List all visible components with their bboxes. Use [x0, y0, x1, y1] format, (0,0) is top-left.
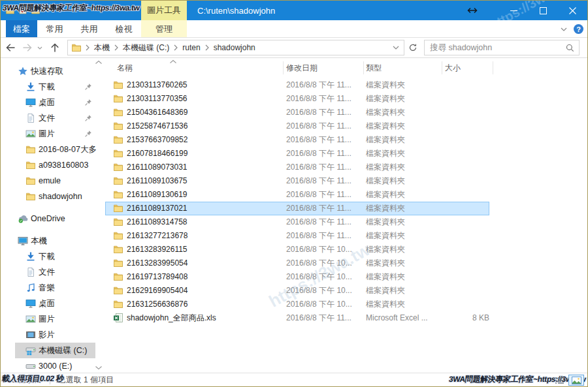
sidebar-item[interactable]: a0938160803	[1, 157, 105, 173]
sidebar-item[interactable]: 快速存取	[1, 63, 105, 79]
file-row[interactable]: 216110891306192016/8/8 下午 11...檔案資料夾	[105, 188, 489, 202]
file-name: 21613283995054	[127, 256, 188, 270]
qat-properties-icon[interactable]	[19, 7, 27, 14]
qat-folder-icon[interactable]	[6, 7, 14, 14]
sidebar-item[interactable]: 文件	[1, 110, 105, 126]
file-name: 21613277213678	[127, 229, 188, 243]
file-name: 21607818466199	[127, 147, 188, 161]
column-header-name[interactable]: 名稱	[117, 59, 133, 76]
folder-icon	[25, 160, 39, 170]
search-input[interactable]	[425, 40, 579, 55]
minimize-button[interactable]	[499, 1, 529, 20]
address-dropdown-chevron-icon[interactable]	[389, 46, 402, 50]
column-divider[interactable]	[493, 61, 493, 74]
breadcrumb-item[interactable]: 本機磁碟 (C:)	[121, 41, 171, 55]
chevron-right-icon	[203, 44, 212, 51]
picture-tools-tab[interactable]: 圖片工具	[141, 1, 187, 20]
maximize-button[interactable]	[529, 1, 558, 20]
qat-customize-chevron-icon[interactable]	[44, 8, 51, 12]
sidebar-scroll-up-icon[interactable]	[95, 60, 103, 65]
file-row[interactable]: 215043616483692016/8/8 下午 11...檔案資料夾	[105, 106, 489, 119]
sidebar-item-label: 圖片	[39, 314, 104, 325]
excel-icon	[113, 313, 123, 323]
sidebar-item[interactable]: 桌面	[1, 95, 105, 110]
file-row[interactable]: 216132839950542016/8/8 下午 10...檔案資料夾	[105, 256, 489, 270]
column-divider[interactable]	[442, 61, 442, 74]
file-row[interactable]: 216110893147582016/8/8 下午 11...檔案資料夾	[105, 215, 489, 229]
sidebar-item-label: 下載	[39, 251, 104, 262]
thumbnails-view-button[interactable]	[568, 375, 584, 386]
sidebar-item-label: 本機	[31, 236, 104, 247]
chevron-right-icon	[171, 44, 180, 51]
folder-icon	[113, 271, 123, 282]
sidebar-item[interactable]: 3000 (E:)	[1, 358, 105, 373]
file-name: 21611089073031	[127, 161, 188, 174]
file-row[interactable]: 215376637098522016/8/8 下午 11...檔案資料夾	[105, 133, 489, 147]
ribbon-collapse-chevron-icon[interactable]	[561, 27, 567, 31]
sidebar-scroll-down-icon[interactable]	[95, 365, 103, 370]
ribbon-tab-2[interactable]: 共用	[72, 20, 106, 37]
refresh-icon[interactable]	[404, 43, 421, 52]
address-bar[interactable]: 本機本機磁碟 (C:)rutenshadowjohn	[67, 40, 404, 55]
file-row[interactable]: 216197137894082016/8/8 下午 10...檔案資料夾	[105, 270, 489, 284]
column-divider[interactable]	[363, 61, 364, 74]
status-divider	[50, 376, 50, 384]
sidebar-item[interactable]: 下載	[1, 249, 105, 264]
ribbon-tab-0[interactable]: 檔案	[6, 20, 37, 37]
details-view-button[interactable]	[551, 375, 567, 386]
pictures-icon	[25, 314, 39, 324]
ribbon-tab-3[interactable]: 檢視	[106, 20, 141, 37]
ribbon-tab-1[interactable]: 常用	[37, 20, 72, 37]
file-row[interactable]: 216132772136782016/8/8 下午 11...檔案資料夾	[105, 229, 489, 243]
back-button[interactable]	[1, 42, 20, 53]
file-row[interactable]: 213031137703562016/8/8 下午 11...檔案資料夾	[105, 92, 489, 106]
file-type: 檔案資料夾	[366, 215, 405, 229]
folder-icon	[113, 176, 123, 186]
sidebar-item[interactable]: shadowjohn	[1, 189, 105, 204]
file-row[interactable]: 216078184661992016/8/8 下午 11...檔案資料夾	[105, 147, 489, 161]
column-header-type[interactable]: 類型	[366, 59, 382, 76]
sidebar-item[interactable]: emule	[1, 173, 105, 189]
help-icon[interactable]: ?	[574, 24, 583, 34]
file-row[interactable]: 216110891370212016/8/8 下午 11...檔案資料夾	[105, 202, 489, 215]
breadcrumb-item[interactable]: shadowjohn	[212, 42, 257, 54]
up-button[interactable]	[45, 42, 65, 53]
sidebar-item[interactable]: 文件	[1, 264, 105, 280]
forward-button[interactable]	[20, 42, 35, 53]
sidebar-item[interactable]: 圖片	[1, 126, 105, 142]
file-type: 檔案資料夾	[366, 92, 405, 106]
status-bar: 18 個項目 已選取 1 個項目	[1, 373, 587, 386]
qat-new-folder-icon[interactable]	[31, 7, 40, 14]
file-row[interactable]: 216291699054042016/8/8 下午 10...檔案資料夾	[105, 284, 489, 298]
sidebar-item[interactable]: 本機	[1, 233, 105, 249]
file-row[interactable]: 215258746715362016/8/8 下午 11...檔案資料夾	[105, 119, 489, 133]
file-row[interactable]: 216110890730312016/8/8 下午 11...檔案資料夾	[105, 161, 489, 174]
breadcrumb-item[interactable]: 本機	[92, 41, 112, 55]
column-header-date[interactable]: 修改日期	[286, 59, 318, 76]
file-type: 檔案資料夾	[366, 256, 405, 270]
file-row[interactable]: 216312566368762016/8/8 下午 10...檔案資料夾	[105, 298, 489, 311]
file-row[interactable]: 216110891036752016/8/8 下午 11...檔案資料夾	[105, 174, 489, 188]
sidebar-item[interactable]: 本機磁碟 (C:)	[15, 343, 95, 358]
file-row[interactable]: 216132839261152016/8/8 下午 10...檔案資料夾	[105, 243, 489, 256]
sidebar-item[interactable]: 影片	[1, 327, 105, 343]
file-row[interactable]: shadowjohn_全部商品.xls2016/8/8 下午 11...Micr…	[105, 311, 489, 325]
file-row[interactable]: 213031137602652016/8/8 下午 11...檔案資料夾	[105, 78, 489, 92]
sidebar-item[interactable]: 下載	[1, 79, 105, 95]
sidebar-item[interactable]: 2016-08-07大多	[1, 142, 105, 157]
column-divider[interactable]	[283, 61, 284, 74]
pin-icon	[84, 83, 92, 91]
close-button[interactable]	[558, 1, 587, 20]
folder-icon	[113, 189, 123, 200]
recent-locations-chevron-icon[interactable]	[35, 46, 45, 50]
file-type: 檔案資料夾	[366, 78, 405, 92]
column-header-size[interactable]: 大小	[445, 59, 461, 76]
sidebar-item[interactable]: 桌面	[1, 296, 105, 311]
sidebar-item[interactable]: 音樂	[1, 280, 105, 296]
sidebar-item[interactable]: OneDrive	[1, 211, 105, 226]
sidebar-item-label: OneDrive	[31, 214, 104, 223]
breadcrumb-item[interactable]: ruten	[180, 42, 202, 54]
file-type: 檔案資料夾	[366, 133, 405, 147]
ribbon-tab-4[interactable]: 管理	[141, 20, 187, 37]
sidebar-item[interactable]: 圖片	[1, 311, 105, 327]
